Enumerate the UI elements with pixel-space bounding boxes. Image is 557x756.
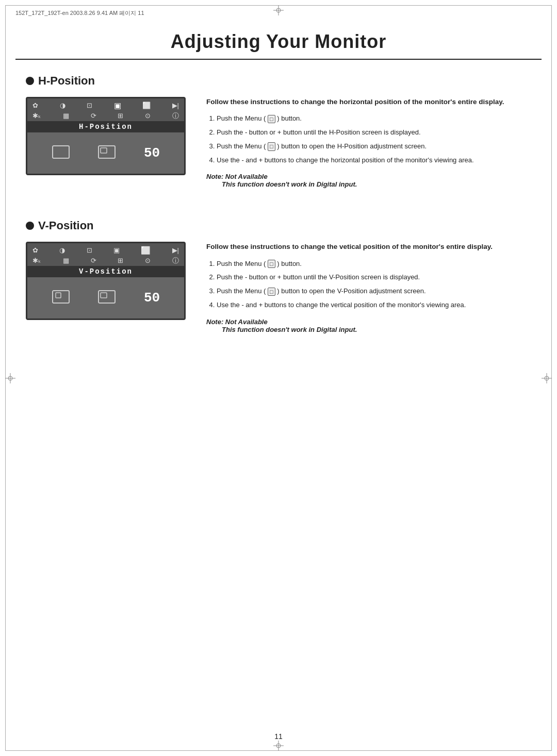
crosshair-right-icon bbox=[542, 373, 552, 383]
osd-v-main: 50 bbox=[27, 277, 184, 318]
menu-btn-icon-v1: □ bbox=[268, 260, 275, 268]
v-position-step-1: Push the Menu ( □ ) button. bbox=[217, 259, 531, 270]
svg-rect-18 bbox=[101, 293, 107, 298]
osd-h-value: 50 bbox=[144, 145, 160, 161]
osd-v-grid-icon: ▦ bbox=[63, 257, 69, 264]
osd-v-value: 50 bbox=[144, 290, 160, 306]
h-position-bullet bbox=[26, 77, 34, 85]
h-position-step-2: Push the - button or + button until the … bbox=[217, 127, 531, 138]
osd-sync-icon: ⟳ bbox=[91, 112, 96, 119]
h-position-osd: ✿ ◑ ⊡ ▣ ⬜ ▶| ✱ₖ ▦ ⟳ ⊞ ⊙ ⓘ H-Position bbox=[26, 97, 186, 175]
header-meta: 152T_172T_192T-en 2003.8.26 9.41 AM 페이지 … bbox=[15, 9, 144, 17]
osd-v-hpos-icon: ▣ bbox=[113, 247, 120, 254]
h-position-step-4: Use the - and + buttons to change the ho… bbox=[217, 155, 531, 166]
osd-h-label: H-Position bbox=[27, 121, 184, 132]
osd-h-main: 50 bbox=[27, 132, 184, 174]
osd-video-icon: ▶| bbox=[172, 102, 179, 109]
svg-rect-16 bbox=[56, 293, 61, 298]
osd-v-top-icons-row2: ✱ₖ ▦ ⟳ ⊞ ⊙ ⓘ bbox=[27, 256, 184, 266]
v-position-bullet bbox=[26, 222, 34, 230]
h-position-instructions: Follow these instructions to change the … bbox=[206, 97, 531, 188]
h-position-note-title: Note: Not Available bbox=[206, 173, 531, 180]
menu-btn-icon-1: □ bbox=[268, 115, 275, 123]
osd-v-left-box-icon bbox=[52, 290, 70, 307]
osd-v-video-icon: ▶| bbox=[172, 247, 179, 254]
osd-v-vpos-icon: ⬜ bbox=[141, 246, 151, 254]
h-position-intro: Follow these instructions to change the … bbox=[206, 97, 531, 107]
page-number: 11 bbox=[0, 732, 557, 741]
h-position-header: H-Position bbox=[26, 74, 531, 88]
h-position-section: H-Position ✿ ◑ ⊡ ▣ ⬜ ▶| ✱ₖ ▦ ⟳ ⊞ ⊙ ⓘ H-P… bbox=[26, 74, 531, 188]
svg-rect-14 bbox=[101, 148, 107, 153]
osd-info-icon: ⓘ bbox=[172, 112, 179, 119]
v-position-osd: ✿ ◑ ⊡ ▣ ⬜ ▶| ✱ₖ ▦ ⟳ ⊞ ⊙ ⓘ V-Position bbox=[26, 242, 186, 320]
osd-brightness-icon: ✿ bbox=[32, 102, 38, 109]
crosshair-left-icon bbox=[5, 373, 15, 383]
osd-v-label: V-Position bbox=[27, 266, 184, 277]
h-position-note-body: This function doesn't work in Digital in… bbox=[206, 180, 531, 188]
osd-auto-icon: ⊡ bbox=[87, 102, 92, 109]
osd-v-contrast-icon: ◑ bbox=[59, 247, 65, 254]
v-position-step-4: Use the - and + buttons to change the ve… bbox=[217, 300, 531, 311]
osd-v-top-icons-row1: ✿ ◑ ⊡ ▣ ⬜ ▶| bbox=[27, 243, 184, 256]
menu-btn-icon-v2: □ bbox=[268, 288, 275, 296]
v-position-instructions: Follow these instructions to change the … bbox=[206, 242, 531, 333]
osd-left-box-icon bbox=[52, 145, 70, 162]
crosshair-top-icon bbox=[273, 5, 284, 15]
v-position-intro: Follow these instructions to change the … bbox=[206, 242, 531, 252]
osd-clock-icon: ⊞ bbox=[118, 112, 123, 119]
v-position-section: V-Position ✿ ◑ ⊡ ▣ ⬜ ▶| ✱ₖ ▦ ⟳ ⊞ ⊙ ⓘ V-P… bbox=[26, 219, 531, 333]
osd-v-sync-icon: ⟳ bbox=[91, 257, 96, 264]
h-position-content: ✿ ◑ ⊡ ▣ ⬜ ▶| ✱ₖ ▦ ⟳ ⊞ ⊙ ⓘ H-Position bbox=[26, 97, 531, 188]
v-position-note: Note: Not Available This function doesn'… bbox=[206, 318, 531, 333]
osd-v-auto-icon: ⊡ bbox=[87, 247, 92, 254]
svg-rect-12 bbox=[53, 146, 69, 158]
menu-btn-icon-2: □ bbox=[268, 142, 275, 150]
h-position-note: Note: Not Available This function doesn'… bbox=[206, 173, 531, 188]
v-position-title: V-Position bbox=[38, 219, 94, 232]
h-position-step-3: Push the Menu ( □ ) button to open the H… bbox=[217, 141, 531, 152]
osd-time-icon: ⊙ bbox=[145, 112, 151, 119]
h-position-step-1: Push the Menu ( □ ) button. bbox=[217, 113, 531, 124]
osd-vpos-icon: ⬜ bbox=[142, 102, 151, 109]
h-position-steps: Push the Menu ( □ ) button. Push the - b… bbox=[206, 113, 531, 165]
osd-grid-icon: ▦ bbox=[63, 112, 69, 119]
osd-top-icons-row1: ✿ ◑ ⊡ ▣ ⬜ ▶| bbox=[27, 98, 184, 111]
osd-right-box-icon bbox=[97, 145, 116, 162]
v-position-step-3: Push the Menu ( □ ) button to open the V… bbox=[217, 286, 531, 297]
osd-v-brightness-icon: ✿ bbox=[32, 247, 38, 254]
v-position-note-title: Note: Not Available bbox=[206, 318, 531, 326]
osd-v-right-box-icon bbox=[97, 290, 116, 307]
v-position-content: ✿ ◑ ⊡ ▣ ⬜ ▶| ✱ₖ ▦ ⟳ ⊞ ⊙ ⓘ V-Position bbox=[26, 242, 531, 333]
osd-top-icons-row2: ✱ₖ ▦ ⟳ ⊞ ⊙ ⓘ bbox=[27, 111, 184, 121]
title-divider bbox=[15, 59, 542, 60]
osd-v-k-icon: ✱ₖ bbox=[32, 257, 41, 264]
h-position-title: H-Position bbox=[38, 74, 95, 88]
osd-v-clock-icon: ⊞ bbox=[118, 257, 123, 264]
osd-v-time-icon: ⊙ bbox=[145, 257, 151, 264]
v-position-header: V-Position bbox=[26, 219, 531, 232]
v-position-step-2: Push the - button or + button until the … bbox=[217, 272, 531, 283]
osd-v-info-icon: ⓘ bbox=[172, 257, 179, 264]
crosshair-bottom-icon bbox=[273, 741, 284, 751]
v-position-steps: Push the Menu ( □ ) button. Push the - b… bbox=[206, 259, 531, 311]
v-position-note-body: This function doesn't work in Digital in… bbox=[206, 326, 531, 333]
osd-k-icon: ✱ₖ bbox=[32, 112, 41, 119]
osd-hpos-icon: ▣ bbox=[114, 102, 121, 109]
osd-contrast-icon: ◑ bbox=[60, 102, 65, 109]
